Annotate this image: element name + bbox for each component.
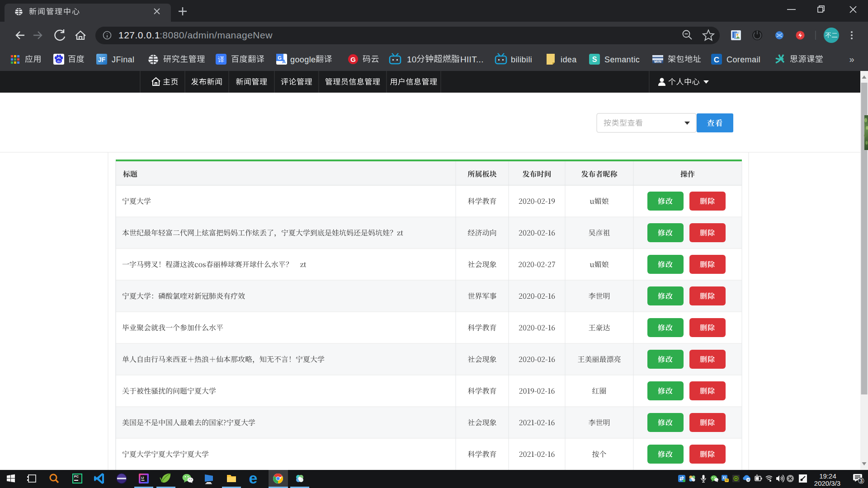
svg-text:JFinal: JFinal	[112, 55, 134, 64]
svg-text:IJ: IJ	[142, 476, 144, 479]
svg-text:3: 3	[860, 478, 863, 483]
svg-text:du: du	[57, 60, 61, 63]
svg-text:Coremail: Coremail	[726, 55, 760, 64]
svg-text:»: »	[849, 54, 854, 64]
svg-text:S: S	[592, 56, 597, 63]
svg-text:Semantic: Semantic	[604, 55, 640, 64]
svg-text:A: A	[282, 59, 286, 64]
svg-text:idea: idea	[561, 55, 577, 64]
svg-text:10: 10	[407, 55, 417, 64]
svg-text:PC: PC	[74, 475, 79, 478]
svg-text:JF: JF	[98, 56, 106, 63]
svg-text:google: google	[290, 55, 316, 64]
svg-text:19:24: 19:24	[819, 472, 836, 480]
svg-text:e: e	[249, 469, 258, 487]
svg-text:G: G	[350, 56, 356, 63]
svg-text::8080/admin/manageNew: :8080/admin/manageNew	[160, 30, 273, 40]
svg-text:127.0.0.1: 127.0.0.1	[118, 30, 160, 40]
svg-text:bilibili: bilibili	[511, 55, 532, 64]
svg-text:HIIT...: HIIT...	[460, 55, 484, 64]
svg-text:C: C	[714, 56, 719, 64]
svg-text:G: G	[278, 55, 282, 61]
svg-text:2020/3/3: 2020/3/3	[814, 479, 840, 487]
svg-text:MVN: MVN	[654, 60, 661, 63]
